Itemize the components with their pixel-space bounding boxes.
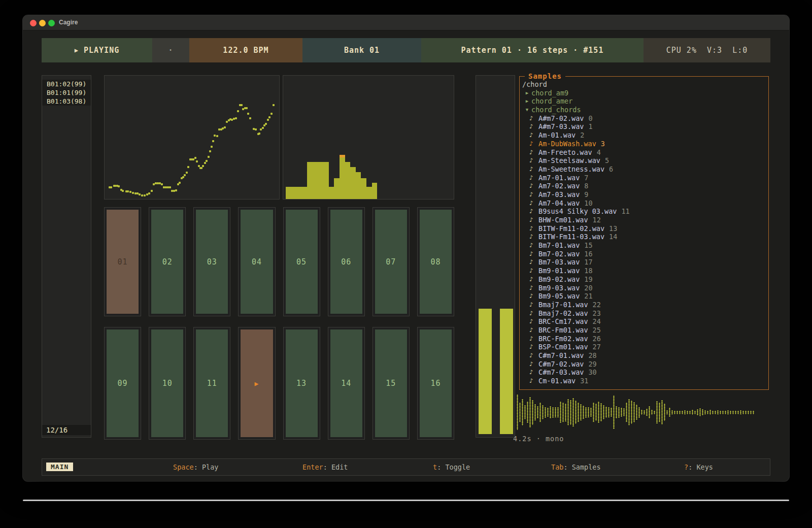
sample-file-row[interactable]: ♪BRC-Cm17.wav24 bbox=[520, 317, 768, 326]
scatter-point bbox=[148, 192, 150, 194]
sample-file-row[interactable]: ♪Bm7-03.wav17 bbox=[520, 258, 768, 267]
sample-dir-row[interactable]: ▶chord_amer bbox=[520, 97, 768, 106]
note-icon: ♪ bbox=[529, 292, 537, 301]
histogram-bar bbox=[296, 187, 302, 199]
waveform-column bbox=[593, 403, 594, 422]
scatter-point bbox=[212, 140, 214, 142]
file-name: Am-Steelsaw.wav bbox=[538, 156, 600, 165]
note-icon: ♪ bbox=[529, 224, 537, 233]
pad-label: 10 bbox=[151, 329, 183, 437]
background-window-edge bbox=[23, 500, 789, 501]
sample-file-row[interactable]: ♪Am-Sweetness.wav6 bbox=[520, 165, 768, 174]
key-hint-space: Space: Play bbox=[173, 463, 218, 471]
file-name: Am7-02.wav bbox=[538, 182, 580, 190]
pad-01[interactable]: 01 bbox=[104, 207, 141, 316]
sample-file-row[interactable]: ♪BITW-Fm11-02.wav13 bbox=[520, 224, 768, 233]
zoom-button[interactable] bbox=[48, 20, 55, 26]
pitch-walk-chart bbox=[104, 75, 280, 200]
scatter-point bbox=[187, 166, 189, 168]
pad-label: 11 bbox=[196, 329, 228, 437]
waveform-column bbox=[613, 395, 615, 430]
close-button[interactable] bbox=[30, 20, 37, 26]
scatter-point bbox=[268, 116, 270, 118]
sample-dir-row[interactable]: ▼chord_chords bbox=[520, 106, 768, 114]
waveform-column bbox=[519, 403, 521, 422]
pad-label: 04 bbox=[241, 210, 273, 314]
waveform-column bbox=[750, 411, 752, 414]
pad-13[interactable]: 13 bbox=[283, 327, 320, 440]
sample-file-row[interactable]: ♪Bm7-01.wav15 bbox=[520, 241, 768, 250]
sample-file-row[interactable]: ♪Am-Steelsaw.wav5 bbox=[520, 156, 768, 165]
waveform-column bbox=[557, 407, 559, 417]
hint-action: Play bbox=[202, 463, 219, 471]
waveform-column bbox=[692, 410, 693, 415]
sample-file-row[interactable]: ♪C#m7-03.wav30 bbox=[520, 368, 768, 377]
sample-file-row[interactable]: ♪A#m7-02.wav0 bbox=[520, 114, 768, 123]
histogram-bar bbox=[313, 162, 318, 199]
sample-file-row[interactable]: ♪Am7-03.wav9 bbox=[520, 190, 768, 199]
sample-file-row[interactable]: ♪BRC-Fm01.wav25 bbox=[520, 326, 768, 335]
pad-09[interactable]: 09 bbox=[104, 327, 141, 440]
histogram-bar bbox=[340, 155, 345, 199]
scatter-point bbox=[110, 186, 112, 188]
sample-file-row[interactable]: ♪Bmaj7-01.wav22 bbox=[520, 301, 768, 309]
waveform-column bbox=[644, 410, 645, 414]
sample-file-row[interactable]: ♪Bmaj7-02.wav23 bbox=[520, 309, 768, 318]
sample-file-row[interactable]: ♪C#m7-01.wav28 bbox=[520, 351, 768, 360]
sample-file-row[interactable]: ♪Am7-04.wav10 bbox=[520, 199, 768, 208]
hint-key: t bbox=[433, 463, 437, 471]
sample-file-row[interactable]: ♪Am7-01.wav7 bbox=[520, 174, 768, 182]
waveform-column bbox=[595, 404, 597, 421]
pad-04[interactable]: 04 bbox=[238, 207, 275, 316]
waveform-column bbox=[628, 399, 630, 426]
pad-12[interactable]: ▶ bbox=[238, 327, 275, 440]
scatter-point bbox=[206, 160, 208, 162]
pad-05[interactable]: 05 bbox=[283, 207, 320, 316]
pad-07[interactable]: 07 bbox=[373, 207, 410, 316]
file-index: 29 bbox=[588, 360, 596, 369]
waveform-column bbox=[585, 407, 587, 418]
pad-14[interactable]: 14 bbox=[328, 327, 365, 440]
sample-file-row[interactable]: ♪Bm9-01.wav18 bbox=[520, 267, 768, 275]
pad-08[interactable]: 08 bbox=[417, 207, 454, 316]
sample-file-row[interactable]: ♪BSP-Cm01.wav27 bbox=[520, 343, 768, 351]
sample-file-row[interactable]: ♪Bm9-03.wav20 bbox=[520, 284, 768, 292]
sample-file-row[interactable]: ♪B9sus4 Silky 03.wav11 bbox=[520, 207, 768, 216]
scatter-point bbox=[175, 189, 177, 191]
sample-file-row[interactable]: ♪Am7-02.wav8 bbox=[520, 182, 768, 190]
file-index: 19 bbox=[584, 275, 592, 284]
scatter-point bbox=[267, 119, 269, 121]
minimize-button[interactable] bbox=[39, 20, 46, 26]
scatter-point bbox=[211, 146, 213, 148]
sample-file-row[interactable]: ♪Bm9-02.wav19 bbox=[520, 275, 768, 284]
waveform-column bbox=[545, 407, 546, 418]
pad-label: 15 bbox=[375, 329, 407, 437]
pad-10[interactable]: 10 bbox=[149, 327, 186, 440]
waveform-column bbox=[687, 411, 688, 414]
pad-06[interactable]: 06 bbox=[328, 207, 365, 316]
pad-16[interactable]: 16 bbox=[417, 327, 454, 440]
sample-file-row[interactable]: ♪Am-Freeto.wav4 bbox=[520, 148, 768, 157]
sample-file-row[interactable]: ♪Bm7-02.wav16 bbox=[520, 250, 768, 258]
pad-11[interactable]: 11 bbox=[193, 327, 230, 440]
sample-file-row[interactable]: ♪A#m7-03.wav1 bbox=[520, 122, 768, 131]
histogram-bar bbox=[318, 162, 324, 199]
sample-file-row[interactable]: ♪BITW-Fm11-03.wav14 bbox=[520, 233, 768, 241]
sample-file-row[interactable]: ♪C#m7-02.wav29 bbox=[520, 360, 768, 369]
sample-dir-row[interactable]: ▶chord_am9 bbox=[520, 89, 768, 97]
file-index: 30 bbox=[588, 368, 596, 377]
file-name: C#m7-01.wav bbox=[538, 351, 584, 360]
pad-02[interactable]: 02 bbox=[149, 207, 186, 316]
waveform-column bbox=[717, 410, 719, 414]
note-icon: ♪ bbox=[529, 275, 537, 284]
sample-file-row[interactable]: ♪Bm9-05.wav21 bbox=[520, 292, 768, 301]
sample-file-row[interactable]: ♪BHW-Cm01.wav12 bbox=[520, 216, 768, 224]
pad-15[interactable]: 15 bbox=[373, 327, 410, 440]
sample-file-row[interactable]: ♪Am-01.wav2 bbox=[520, 131, 768, 140]
pad-03[interactable]: 03 bbox=[193, 207, 230, 316]
sample-file-row[interactable]: ♪Cm-01.wav31 bbox=[520, 377, 768, 385]
trigger-log-entries: B01:02(99)B01:01(99)B01:03(98) bbox=[42, 80, 91, 106]
sample-file-row[interactable]: ♪Am-DubWash.wav3 bbox=[520, 140, 768, 148]
note-icon: ♪ bbox=[529, 165, 537, 174]
sample-file-row[interactable]: ♪BRC-Fm02.wav26 bbox=[520, 335, 768, 343]
